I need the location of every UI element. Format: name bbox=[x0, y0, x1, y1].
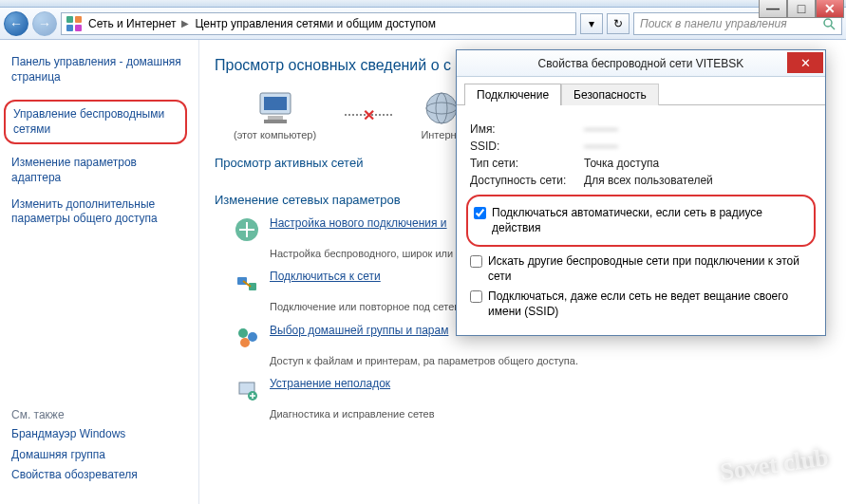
dialog-close-button[interactable]: ✕ bbox=[787, 52, 823, 73]
prop-ssid-value: ——— bbox=[584, 140, 618, 153]
breadcrumb-item[interactable]: Сеть и Интернет bbox=[88, 17, 176, 30]
task-link: Настройка нового подключения и bbox=[270, 216, 447, 230]
svg-point-18 bbox=[240, 338, 250, 347]
homegroup-icon bbox=[234, 324, 260, 350]
check-auto-connect-label: Подключаться автоматически, если сеть в … bbox=[492, 206, 808, 235]
svg-rect-7 bbox=[264, 97, 287, 110]
prop-avail-value: Для всех пользователей bbox=[584, 174, 713, 187]
refresh-button[interactable]: ↻ bbox=[607, 13, 630, 34]
sidebar-link-internet-options[interactable]: Свойства обозревателя bbox=[11, 468, 187, 483]
back-button[interactable]: ← bbox=[4, 11, 28, 36]
task-link: Устранение неполадок bbox=[270, 377, 390, 390]
computer-label: (этот компьютер) bbox=[234, 129, 316, 140]
check-auto-connect-input[interactable] bbox=[474, 207, 486, 219]
sidebar: Панель управления - домашняя страница Уп… bbox=[0, 40, 199, 504]
sidebar-home-link[interactable]: Панель управления - домашняя страница bbox=[11, 55, 187, 84]
sidebar-link-firewall[interactable]: Брандмауэр Windows bbox=[11, 427, 187, 442]
sidebar-link-wireless-manage[interactable]: Управление беспроводными сетями bbox=[4, 100, 187, 144]
check-hidden-ssid[interactable]: Подключаться, даже если сеть не ведет ве… bbox=[470, 289, 812, 319]
sidebar-see-also-header: См. также bbox=[11, 408, 187, 421]
window-minimize-button[interactable]: — bbox=[759, 0, 787, 18]
nav-bar: ← → Сеть и Интернет ▶ Центр управления с… bbox=[0, 8, 846, 40]
svg-rect-1 bbox=[75, 16, 82, 23]
svg-point-16 bbox=[238, 328, 248, 338]
network-sharing-icon bbox=[66, 15, 83, 32]
connect-network-icon bbox=[234, 270, 260, 296]
window-titlebar: — □ ✕ bbox=[0, 0, 846, 8]
check-search-other-label: Искать другие беспроводные сети при подк… bbox=[488, 254, 812, 284]
svg-point-17 bbox=[248, 332, 257, 342]
sidebar-link-homegroup[interactable]: Домашняя группа bbox=[11, 448, 187, 463]
dialog-body: Имя:——— SSID:——— Тип сети:Точка доступа … bbox=[457, 104, 825, 335]
prop-avail-label: Доступность сети: bbox=[470, 174, 584, 187]
task-link: Выбор домашней группы и парам bbox=[270, 324, 448, 337]
breadcrumb-item[interactable]: Центр управления сетями и общим доступом bbox=[195, 17, 436, 30]
connection-broken-icon: ✕ bbox=[363, 106, 375, 124]
window-close-button[interactable]: ✕ bbox=[816, 0, 844, 18]
search-icon bbox=[822, 17, 836, 30]
tab-connection[interactable]: Подключение bbox=[464, 84, 561, 105]
address-dropdown-button[interactable]: ▾ bbox=[580, 13, 603, 34]
chevron-right-icon: ▶ bbox=[181, 18, 189, 28]
tab-security[interactable]: Безопасность bbox=[561, 84, 659, 105]
window-maximize-button[interactable]: □ bbox=[787, 0, 816, 18]
dialog-titlebar[interactable]: Свойства беспроводной сети VITEBSK ✕ bbox=[457, 50, 825, 77]
dialog-title-text: Свойства беспроводной сети VITEBSK bbox=[538, 57, 744, 70]
sidebar-link-sharing-settings[interactable]: Изменить дополнительные параметры общего… bbox=[11, 197, 187, 227]
forward-button[interactable]: → bbox=[32, 11, 57, 36]
svg-line-5 bbox=[831, 26, 835, 29]
svg-rect-8 bbox=[268, 116, 283, 120]
svg-point-10 bbox=[426, 93, 457, 123]
new-connection-icon bbox=[234, 216, 260, 243]
svg-rect-9 bbox=[264, 120, 287, 123]
prop-type-label: Тип сети: bbox=[470, 157, 584, 170]
svg-rect-3 bbox=[75, 25, 82, 31]
check-search-other[interactable]: Искать другие беспроводные сети при подк… bbox=[470, 254, 812, 284]
svg-point-4 bbox=[824, 19, 832, 27]
check-hidden-ssid-input[interactable] bbox=[470, 290, 482, 303]
check-auto-connect[interactable]: Подключаться автоматически, если сеть в … bbox=[474, 206, 808, 235]
svg-rect-0 bbox=[66, 16, 73, 23]
wireless-properties-dialog: Свойства беспроводной сети VITEBSK ✕ Под… bbox=[456, 49, 826, 336]
prop-name-value: ——— bbox=[584, 122, 618, 136]
prop-name-label: Имя: bbox=[470, 122, 584, 136]
prop-type-value: Точка доступа bbox=[584, 157, 659, 170]
sidebar-link-adapter-settings[interactable]: Изменение параметров адаптера bbox=[11, 156, 187, 185]
search-placeholder: Поиск в панели управления bbox=[640, 17, 787, 30]
connection-line: ✕ bbox=[345, 114, 392, 116]
troubleshoot-icon bbox=[234, 377, 260, 403]
check-search-other-input[interactable] bbox=[470, 255, 482, 268]
svg-rect-2 bbox=[66, 25, 73, 31]
task-desc: Диагностика и исправление сетев bbox=[270, 407, 831, 420]
task-desc: Доступ к файлам и принтерам, ра параметр… bbox=[270, 354, 831, 367]
address-bar[interactable]: Сеть и Интернет ▶ Центр управления сетям… bbox=[61, 12, 576, 35]
task-troubleshoot[interactable]: Устранение неполадок bbox=[234, 377, 831, 403]
task-link: Подключиться к сети bbox=[270, 270, 381, 283]
prop-ssid-label: SSID: bbox=[470, 140, 584, 153]
computer-icon bbox=[254, 89, 296, 127]
check-hidden-ssid-label: Подключаться, даже если сеть не ведет ве… bbox=[488, 289, 812, 319]
